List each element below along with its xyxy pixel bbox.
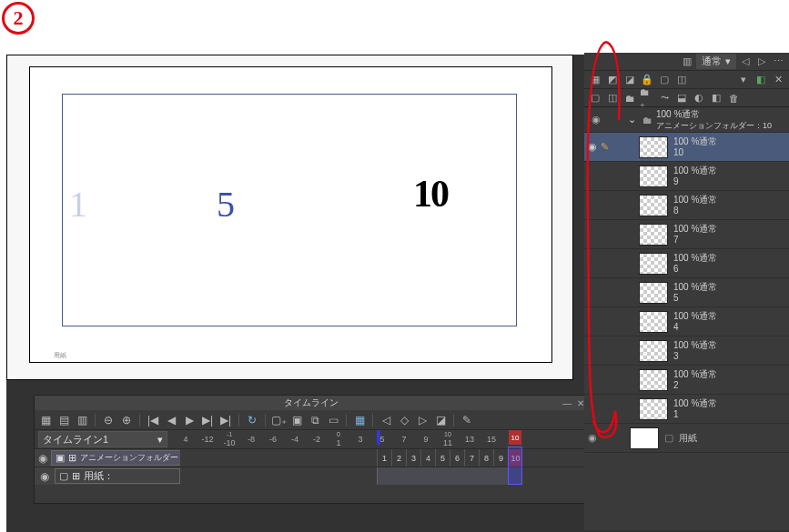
graph-editor-icon[interactable]: ◪ bbox=[433, 413, 448, 427]
layer-row[interactable]: 100 %通常4 bbox=[584, 307, 789, 336]
ruler-tick: -1-10 bbox=[218, 431, 240, 447]
separator bbox=[346, 414, 347, 427]
eye-icon[interactable]: ◉ bbox=[38, 451, 47, 466]
timeline-titlebar[interactable]: タイムライン — ✕ bbox=[35, 396, 588, 410]
new-vector-icon[interactable]: ◫ bbox=[605, 91, 620, 105]
cel-frame[interactable]: 8 bbox=[479, 449, 493, 467]
cel-frame[interactable]: 1 bbox=[377, 449, 391, 467]
merge-icon[interactable]: ⬓ bbox=[674, 91, 689, 105]
onion-skin-frame-5: 5 bbox=[217, 183, 235, 226]
delete-cel-icon[interactable]: ▭ bbox=[326, 413, 340, 427]
reference-icon[interactable]: ▢ bbox=[657, 73, 672, 87]
expand-icon[interactable]: ⊞ bbox=[68, 452, 76, 464]
timeline-ruler[interactable]: 4-12-1-10-8-6-4-2013579101113151 bbox=[175, 430, 588, 448]
next-icon[interactable]: ▷ bbox=[754, 55, 769, 69]
expand-icon[interactable]: ⊞ bbox=[72, 470, 80, 482]
transfer-icon[interactable]: ⤳ bbox=[657, 91, 672, 105]
ruler-tick: 4 bbox=[175, 435, 197, 444]
prev-icon[interactable]: ◁ bbox=[738, 55, 753, 69]
next-frame-icon[interactable]: ▶| bbox=[200, 413, 215, 427]
close-panel-icon[interactable]: ✕ bbox=[771, 73, 785, 87]
panel-icon[interactable]: ▥ bbox=[680, 55, 694, 69]
chevron-down-icon[interactable]: ⌄ bbox=[628, 114, 639, 125]
eye-icon[interactable]: ◉ bbox=[38, 469, 51, 484]
layer-row[interactable]: 100 %通常3 bbox=[584, 336, 789, 366]
separator bbox=[139, 414, 140, 427]
layer-row[interactable]: 100 %通常5 bbox=[584, 278, 789, 307]
track-header[interactable]: ◉ ▢ ⊞ 用紙： bbox=[35, 467, 180, 485]
checker-icon[interactable]: ▦ bbox=[588, 73, 602, 87]
ruler-tick: 3 bbox=[349, 435, 371, 444]
canvas-area[interactable]: 用紙 1 5 10 bbox=[6, 55, 573, 380]
layer-row[interactable]: ◉✎100 %通常10 bbox=[584, 133, 789, 162]
pencil-icon[interactable]: ✎ bbox=[460, 413, 474, 427]
minimize-icon[interactable]: — bbox=[562, 398, 572, 408]
zoom-out-icon[interactable]: ⊖ bbox=[101, 413, 116, 427]
new-timeline-icon[interactable]: ▦ bbox=[38, 413, 53, 427]
layer-thumbnail bbox=[639, 166, 668, 187]
cel-frame[interactable]: 2 bbox=[391, 449, 406, 467]
clip-settings-icon[interactable]: ▥ bbox=[75, 413, 89, 427]
palette-toggle-icon[interactable]: ◧ bbox=[754, 73, 768, 87]
blend-mode-dropdown[interactable]: 通常▾ bbox=[696, 54, 736, 69]
timeline-selector[interactable]: タイムライン1 ▾ bbox=[38, 431, 167, 447]
cel-frame[interactable]: 7 bbox=[464, 449, 479, 467]
loop-icon[interactable]: ↻ bbox=[245, 413, 259, 427]
ruler-tick: -12 bbox=[197, 435, 218, 444]
new-anim-folder-icon[interactable]: 🖿₊ bbox=[640, 91, 654, 105]
layer-row[interactable]: 100 %通常1 bbox=[584, 395, 789, 424]
clip-board-icon[interactable]: ▤ bbox=[56, 413, 71, 427]
lock-column[interactable]: ✎ bbox=[601, 141, 617, 153]
close-icon[interactable]: ✕ bbox=[577, 398, 584, 408]
layer-row[interactable]: 100 %通常7 bbox=[584, 220, 789, 249]
zoom-in-icon[interactable]: ⊕ bbox=[119, 413, 134, 427]
track-body[interactable] bbox=[180, 467, 588, 485]
new-cel-icon[interactable]: ▢₊ bbox=[271, 413, 286, 427]
separator bbox=[453, 414, 454, 427]
play-icon[interactable]: ▶ bbox=[182, 413, 197, 427]
layer-row[interactable]: 100 %通常2 bbox=[584, 366, 789, 395]
new-folder-icon[interactable]: 🖿 bbox=[622, 91, 637, 105]
cel-frame[interactable]: 5 bbox=[435, 449, 450, 467]
track-header[interactable]: ◉ ▣ ⊞ アニメーションフォルダー bbox=[35, 449, 180, 467]
eye-icon[interactable]: ◉ bbox=[588, 114, 604, 125]
cel-frame[interactable]: 9 bbox=[493, 449, 508, 467]
go-end-icon[interactable]: ▶| bbox=[218, 413, 233, 427]
expand-down-icon[interactable]: ▾ bbox=[736, 73, 751, 87]
eye-icon[interactable]: ◉ bbox=[584, 432, 601, 444]
new-folder-icon[interactable]: ▣ bbox=[289, 413, 304, 427]
keyframe-prev-icon[interactable]: ◁ bbox=[379, 413, 393, 427]
layer-thumbnail bbox=[639, 282, 668, 304]
new-raster-icon[interactable]: ▢ bbox=[588, 91, 602, 105]
layer-thumbnail bbox=[630, 427, 659, 449]
separator bbox=[238, 414, 239, 427]
layer-row[interactable]: 100 %通常6 bbox=[584, 249, 789, 278]
cel-frame[interactable]: 6 bbox=[450, 449, 464, 467]
onion-skin-icon[interactable]: ▦ bbox=[352, 413, 367, 427]
prev-frame-icon[interactable]: ◀ bbox=[164, 413, 178, 427]
animation-folder-row[interactable]: ◉ ⌄ 🖿 100 %通常 アニメーションフォルダー：10 bbox=[584, 107, 789, 133]
keyframe-add-icon[interactable]: ◇ bbox=[397, 413, 411, 427]
clip-icon[interactable]: ◪ bbox=[622, 73, 637, 87]
go-start-icon[interactable]: |◀ bbox=[146, 413, 160, 427]
layer-row[interactable]: 100 %通常9 bbox=[584, 162, 789, 191]
track-body[interactable]: 12345678910 bbox=[180, 449, 588, 467]
playhead[interactable] bbox=[508, 447, 522, 485]
layer-row[interactable]: 100 %通常8 bbox=[584, 191, 789, 220]
app-window: 用紙 1 5 10 タイムライン — ✕ ▦ ▤ ▥ ⊖ ⊕ |◀ ◀ ▶ ▶|… bbox=[6, 55, 789, 532]
delete-layer-icon[interactable]: 🗑 bbox=[726, 91, 741, 105]
eye-icon[interactable]: ◉ bbox=[584, 141, 601, 153]
lock-icon[interactable]: 🔒 bbox=[640, 73, 654, 87]
start-marker[interactable] bbox=[377, 430, 380, 445]
draft-icon[interactable]: ◫ bbox=[674, 73, 689, 87]
lock-alpha-icon[interactable]: ◩ bbox=[605, 73, 620, 87]
cel-specify-icon[interactable]: ⧉ bbox=[308, 413, 322, 427]
more-icon[interactable]: ⋯ bbox=[771, 55, 785, 69]
cel-frame[interactable]: 4 bbox=[420, 449, 435, 467]
cel-frame[interactable]: 3 bbox=[406, 449, 420, 467]
keyframe-next-icon[interactable]: ▷ bbox=[415, 413, 430, 427]
ruler-icon[interactable]: ◧ bbox=[709, 91, 723, 105]
end-marker[interactable]: 10 bbox=[509, 430, 521, 445]
paper-layer-row[interactable]: ◉ ▢ 用紙 bbox=[584, 424, 789, 453]
mask-icon[interactable]: ◐ bbox=[692, 91, 706, 105]
